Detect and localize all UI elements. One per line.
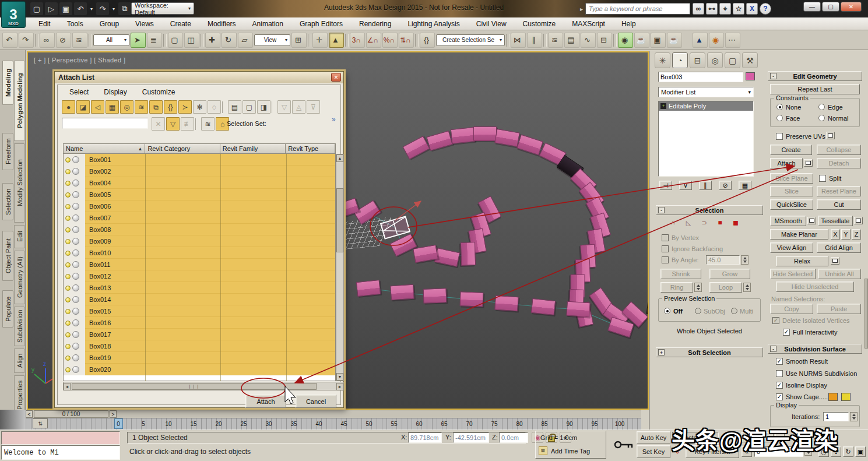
toolbar-icon[interactable] (683, 33, 691, 48)
select-manipulate-icon[interactable]: ✛ (312, 33, 328, 48)
list-vertical-scrollbar[interactable]: ▲ ▼ (336, 154, 344, 381)
by-angle-checkbox[interactable] (662, 256, 669, 263)
relax-button[interactable]: Relax (776, 256, 828, 266)
dialog-menu-item[interactable]: Display (99, 88, 131, 96)
new-file-icon[interactable]: ▢ (30, 2, 43, 15)
ribbon-panel-tab[interactable]: Modify Selection (14, 143, 25, 223)
select-move-icon[interactable]: ✚ (205, 33, 220, 48)
object-list-row[interactable]: Box002 (64, 166, 335, 177)
remove-modifier-icon[interactable]: ⊘ (719, 181, 732, 190)
split-checkbox[interactable] (819, 175, 826, 182)
ignore-backfacing-checkbox[interactable] (662, 245, 669, 252)
dialog-title-bar[interactable]: Attach List (55, 72, 343, 83)
hide-selected-button[interactable]: Hide Selected (770, 269, 816, 279)
make-planar-button[interactable]: Make Planar (770, 229, 828, 240)
object-list-row[interactable]: Box013 (64, 282, 335, 294)
close-button[interactable]: ✕ (841, 2, 862, 12)
mirror-icon[interactable]: ⋈ (511, 33, 526, 48)
ribbon-panel-tab[interactable]: Properties (14, 375, 25, 415)
auto-key-button[interactable]: Auto Key (637, 431, 670, 444)
z-coord-field[interactable]: 0.0cm (499, 432, 528, 443)
show-geometry-icon[interactable]: ● (62, 100, 75, 114)
x-coord-field[interactable]: 89.718cm (408, 432, 442, 443)
vertex-subobject-icon[interactable]: ∴ (667, 218, 679, 227)
attach-button[interactable]: Attach (770, 158, 803, 168)
unhide-all-button[interactable]: Unhide All (818, 269, 861, 279)
menu-item[interactable]: MAXScript (564, 20, 613, 28)
set-key-button[interactable]: Set Key (637, 445, 670, 458)
menu-item[interactable]: Graph Editors (291, 20, 351, 28)
scene-box[interactable] (461, 242, 476, 266)
bulb-icon[interactable] (65, 297, 71, 302)
make-unique-icon[interactable]: ∥ (699, 181, 712, 190)
column-header[interactable]: Revit Category (145, 144, 220, 153)
redo-icon[interactable]: ↷ (19, 33, 34, 48)
menu-item[interactable]: Customize (515, 20, 564, 28)
percent-snap-icon[interactable]: %∩ (382, 33, 398, 48)
object-list-row[interactable]: Box010 (64, 247, 335, 259)
collapse-button[interactable]: Collapse (817, 145, 861, 155)
favorites-star-icon[interactable]: ☆ (733, 3, 744, 15)
column-header[interactable]: Name ▲ (64, 144, 145, 153)
filter-funnel-icon[interactable]: ▽ (277, 100, 291, 114)
civil-view-compass-icon[interactable]: ◉ (709, 33, 724, 48)
bulb-icon[interactable] (65, 181, 71, 186)
snaps-toggle-icon[interactable]: 3∩ (350, 33, 365, 48)
toolbar-icon[interactable] (163, 34, 167, 47)
window-crossing-icon[interactable]: ◫ (184, 33, 199, 48)
constraint-edge-radio[interactable] (818, 104, 825, 110)
use-pivot-center-icon[interactable]: ⊞ (291, 33, 307, 48)
object-list-row[interactable]: Box015 (64, 305, 335, 317)
show-groups-icon[interactable]: ⧉ (149, 100, 163, 114)
render-setup-icon[interactable]: ☕ (634, 33, 649, 48)
toolbar-icon[interactable] (89, 34, 92, 47)
dialog-toolbar-icon[interactable] (222, 101, 227, 113)
dialog-menu-item[interactable]: Select (65, 88, 93, 96)
column-header[interactable]: Revit Family (220, 144, 286, 153)
toolbar-icon[interactable] (415, 34, 419, 47)
create-tab[interactable]: ✳ (655, 52, 670, 68)
edit-geometry-rollout-header[interactable]: -Edit Geometry (768, 71, 862, 81)
menu-item[interactable]: Rendering (351, 20, 399, 28)
smooth-result-checkbox[interactable]: ✓ (776, 358, 783, 365)
bulb-icon[interactable] (65, 286, 71, 291)
show-lights-icon[interactable]: ◁ (91, 100, 104, 114)
scroll-up-icon[interactable]: ▲ (336, 154, 343, 162)
configure-modifier-sets-icon[interactable]: ▦ (739, 181, 751, 190)
selection-filter-dropdown[interactable]: All ▾ (93, 34, 129, 46)
vertical-scroll-thumb[interactable] (336, 188, 343, 252)
ribbon-tab[interactable]: Object Paint (2, 231, 13, 281)
paste-button[interactable]: Paste (817, 304, 861, 314)
bind-spacewarp-icon[interactable]: ≋ (72, 33, 87, 48)
delete-isolated-checkbox[interactable]: ✓ (772, 317, 779, 324)
ribbon-tab[interactable]: Populate (2, 290, 13, 328)
scroll-right-icon[interactable]: ► (336, 383, 343, 390)
panel-scrollbar[interactable] (865, 279, 868, 349)
ribbon-panel-tab[interactable]: Polygon Modeling (14, 61, 25, 141)
angle-snap-icon[interactable]: ∠∩ (366, 33, 381, 48)
select-object-icon[interactable]: ➤ (131, 33, 146, 48)
list-horizontal-scrollbar[interactable]: ◄ ❘❘❘ ► (63, 382, 344, 390)
toolbar-icon[interactable] (201, 34, 204, 47)
constraint-normal-radio[interactable] (818, 115, 825, 121)
infocenter-expand-icon[interactable]: ▸ (580, 6, 583, 12)
motion-tab[interactable]: ◎ (707, 52, 723, 68)
project-folder-icon[interactable]: ⧉ (118, 2, 131, 15)
object-list-row[interactable]: Box018 (64, 340, 335, 352)
ribbon-tab[interactable]: Selection (2, 183, 13, 220)
object-list-row[interactable]: Box006 (64, 200, 335, 212)
repeat-last-button[interactable]: Repeat Last (770, 84, 860, 94)
object-list-row[interactable]: Box019 (64, 352, 335, 364)
maxscript-listener-field[interactable]: Welcome to Mi (1, 445, 120, 460)
object-list-row[interactable]: Box016 (64, 317, 335, 329)
combinations-icon[interactable]: ≢ (181, 117, 194, 131)
y-coord-field[interactable]: -42.591cm (453, 432, 489, 443)
scene-box[interactable] (356, 280, 381, 297)
ribbon-panel-tab[interactable]: Subdivision (14, 307, 25, 346)
preview-multi-radio[interactable] (731, 308, 737, 314)
constraint-face-radio[interactable] (776, 115, 783, 121)
set-keys-icon[interactable] (613, 433, 634, 456)
undo-icon[interactable]: ↶ (2, 33, 17, 48)
named-sets-dropdown[interactable]: Create Selection Se ▾ (436, 34, 505, 46)
lighting-analysis-icon[interactable]: ▲ (693, 33, 708, 48)
